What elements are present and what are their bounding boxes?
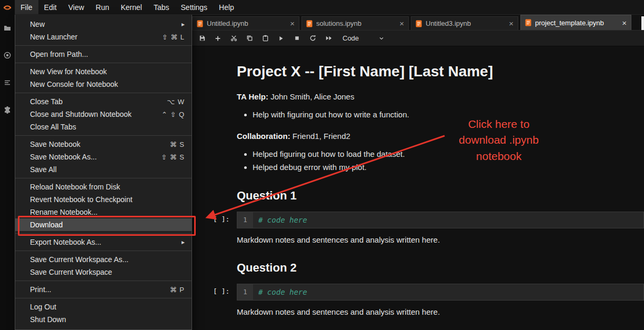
tab-untitled3[interactable]: Untitled3.ipynb × — [411, 16, 518, 30]
notebook-file-icon — [525, 19, 531, 26]
table-of-contents-icon[interactable] — [3, 78, 12, 87]
shortcut-label: ⌃ ⇧ Q — [162, 111, 185, 118]
notebook-content[interactable]: Project X -- [First Name] [Last Name] TA… — [192, 46, 644, 330]
tab-project-template[interactable]: project_template.ipynb × — [520, 15, 631, 30]
close-icon[interactable]: × — [290, 19, 295, 27]
shortcut-label: ⇧ ⌘ S — [161, 153, 185, 161]
menu-view[interactable]: View — [63, 0, 90, 14]
file-menu-item-shut-down[interactable]: Shut Down — [15, 313, 192, 326]
file-menu-item-export-notebook-as[interactable]: Export Notebook As... ▸ — [15, 236, 192, 248]
file-menu-item-close-all-tabs[interactable]: Close All Tabs — [15, 121, 192, 133]
menu-item-label: Save All — [30, 165, 57, 174]
menu-item-label: Reload Notebook from Disk — [30, 183, 120, 191]
notebook-file-icon — [416, 20, 422, 27]
running-sessions-icon[interactable] — [3, 51, 12, 60]
file-menu-item-save-notebook[interactable]: Save Notebook ⌘ S — [15, 138, 192, 151]
cell-editor[interactable]: 1 # code here — [237, 284, 644, 301]
left-sidebar — [0, 15, 15, 330]
cut-cell-button[interactable] — [226, 31, 242, 46]
menu-item-label: Log Out — [30, 303, 56, 311]
file-menu-item-save-workspace-as[interactable]: Save Current Workspace As... — [15, 253, 192, 266]
menu-divider — [15, 298, 192, 298]
close-icon[interactable]: × — [509, 19, 514, 27]
menu-item-label: New — [30, 20, 45, 28]
file-menu-item-download[interactable]: Download — [15, 218, 192, 231]
menu-settings[interactable]: Settings — [175, 0, 214, 14]
menu-item-label: Close Tab — [30, 97, 63, 106]
menu-divider — [15, 63, 192, 63]
file-menu-item-print[interactable]: Print... ⌘ P — [15, 283, 192, 296]
code-cell-1[interactable]: [ ]: 1 # code here — [213, 212, 644, 228]
menu-item-label: New View for Notebook — [30, 67, 107, 76]
collaboration-line: Collaboration: Friend1, Friend2 — [237, 132, 644, 141]
submenu-arrow-icon: ▸ — [182, 238, 185, 246]
markdown-note-2: Markdown notes and sentences and analysi… — [237, 307, 644, 316]
restart-icon — [309, 34, 317, 42]
interrupt-kernel-button[interactable] — [289, 31, 305, 46]
file-menu-item-open-from-path[interactable]: Open from Path... — [15, 48, 192, 61]
add-cell-button[interactable] — [210, 31, 226, 46]
collaboration-label: Collaboration: — [237, 132, 290, 141]
tab-label: solutions.ipynb — [316, 19, 396, 27]
cell-type-dropdown[interactable]: Code — [338, 32, 389, 45]
file-menu-item-reload-from-disk[interactable]: Reload Notebook from Disk — [15, 181, 192, 193]
tab-label: Untitled.ipynb — [207, 19, 287, 27]
file-menu-item-log-out[interactable]: Log Out — [15, 301, 192, 313]
notebook-file-icon — [306, 20, 313, 27]
menu-item-label: Close and Shutdown Notebook — [30, 110, 132, 118]
file-menu-item-save-notebook-as[interactable]: Save Notebook As... ⇧ ⌘ S — [15, 151, 192, 163]
tab-solutions[interactable]: solutions.ipynb × — [301, 16, 409, 30]
menu-bar: File Edit View Run Kernel Tabs Settings … — [15, 0, 644, 15]
menu-item-label: New Console for Notebook — [30, 80, 118, 88]
menu-kernel[interactable]: Kernel — [115, 0, 147, 14]
file-menu-item-revert-to-checkpoint[interactable]: Revert Notebook to Checkpoint — [15, 193, 192, 206]
scissors-icon — [230, 34, 238, 42]
menu-help[interactable]: Help — [213, 0, 240, 14]
run-cell-button[interactable] — [273, 31, 289, 46]
line-number: 1 — [237, 284, 253, 300]
stop-icon — [294, 35, 300, 42]
extensions-icon[interactable] — [3, 105, 12, 115]
notebook-file-icon — [197, 20, 203, 27]
menu-item-label: Close All Tabs — [30, 123, 76, 131]
file-menu-item-new[interactable]: New ▸ — [15, 18, 192, 31]
close-icon[interactable]: × — [399, 19, 404, 27]
menu-divider — [15, 135, 192, 136]
file-menu-item-new-view[interactable]: New View for Notebook — [15, 65, 192, 78]
chevron-down-icon — [378, 35, 385, 42]
menu-run[interactable]: Run — [90, 0, 115, 14]
code-text[interactable]: # code here — [253, 212, 643, 228]
copy-cell-button[interactable] — [242, 31, 257, 46]
code-cell-2[interactable]: [ ]: 1 # code here — [213, 284, 644, 301]
file-menu-item-save-workspace[interactable]: Save Current Workspace — [15, 266, 192, 278]
shortcut-label: ⌘ P — [170, 286, 185, 294]
menu-item-label: Download — [30, 221, 63, 229]
menu-tabs[interactable]: Tabs — [148, 0, 175, 14]
file-menu-item-save-all[interactable]: Save All — [15, 163, 192, 176]
cell-editor[interactable]: 1 # code here — [237, 212, 644, 228]
close-icon[interactable]: × — [622, 19, 627, 27]
copy-icon — [246, 34, 254, 42]
code-text[interactable]: # code here — [253, 284, 643, 300]
menu-edit[interactable]: Edit — [38, 0, 63, 14]
paste-cell-button[interactable] — [257, 31, 273, 46]
plus-icon — [214, 35, 222, 42]
menu-divider — [15, 251, 192, 251]
file-menu-item-new-console[interactable]: New Console for Notebook — [15, 78, 192, 91]
menu-item-label: Rename Notebook... — [30, 208, 97, 216]
menu-item-label: New Launcher — [30, 33, 77, 41]
file-menu-item-close-tab[interactable]: Close Tab ⌥ W — [15, 95, 192, 108]
restart-kernel-button[interactable] — [305, 31, 320, 46]
run-all-button[interactable] — [320, 31, 336, 46]
notebook-title: Project X -- [First Name] [Last Name] — [237, 63, 644, 80]
file-menu-item-close-and-shutdown[interactable]: Close and Shutdown Notebook ⌃ ⇧ Q — [15, 108, 192, 121]
save-button[interactable] — [194, 31, 210, 46]
file-menu-item-new-launcher[interactable]: New Launcher ⇧ ⌘ L — [15, 31, 192, 43]
file-menu-item-rename-notebook[interactable]: Rename Notebook... — [15, 206, 192, 218]
cell-prompt: [ ]: — [213, 212, 237, 228]
fast-forward-icon — [325, 34, 333, 42]
tab-untitled[interactable]: Untitled.ipynb × — [192, 16, 299, 30]
menu-file[interactable]: File — [15, 0, 38, 14]
ta-help-line: TA Help: John Smith, Alice Jones — [237, 92, 644, 101]
file-browser-icon[interactable] — [3, 23, 12, 33]
